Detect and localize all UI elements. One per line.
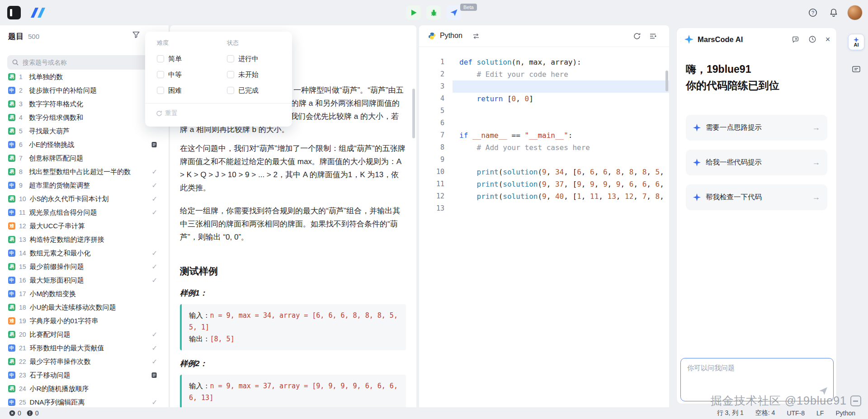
checkbox[interactable] <box>157 87 164 94</box>
problem-list-item[interactable]: 中2徒步旅行中的补给问题 <box>0 84 169 97</box>
code-line[interactable]: 1def solution(n, max, array): <box>419 56 669 68</box>
problem-list-item[interactable]: 中25DNA序列编辑距离✓ <box>0 395 169 407</box>
problem-list-item[interactable]: 中11观光景点组合得分问题✓ <box>0 206 169 219</box>
problem-list-item[interactable]: 中16最大矩形面积问题✓ <box>0 273 169 287</box>
ai-panel-title: MarsCode AI <box>698 35 743 44</box>
difficulty-badge: 中 <box>8 290 15 297</box>
problem-list-item[interactable]: 难19字典序最小的01字符串 <box>0 314 169 328</box>
problem-list-item[interactable]: 易20比赛配对问题✓ <box>0 328 169 341</box>
problem-title: 构造特定数组的逆序拼接 <box>30 235 104 244</box>
notifications-button[interactable] <box>828 7 839 18</box>
problem-list-item[interactable]: 中6小E的怪物挑战 <box>0 138 169 151</box>
code-line[interactable]: 3​ <box>419 80 669 93</box>
code-line[interactable]: 13​ <box>419 202 669 215</box>
language-selector[interactable]: Python <box>428 32 462 40</box>
eol-setting[interactable]: LF <box>816 410 824 417</box>
problem-title: DNA序列编辑距离 <box>30 398 85 407</box>
checkbox[interactable] <box>227 71 234 78</box>
new-chat-button[interactable] <box>791 35 800 44</box>
format-code-button[interactable] <box>649 32 658 41</box>
suggestion-card[interactable]: 帮我检查一下代码→ <box>686 184 827 210</box>
problem-list-item[interactable]: 中14数组元素之和最小化✓ <box>0 246 169 260</box>
checkbox[interactable] <box>227 87 234 94</box>
indent-setting[interactable]: 空格: 4 <box>755 409 775 417</box>
cursor-position[interactable]: 行 3, 列 1 <box>717 409 744 417</box>
switch-language-button[interactable] <box>472 33 480 42</box>
submit-button[interactable] <box>447 5 461 20</box>
example-input-value: n = 9, max = 37, array = [9, 9, 9, 9, 6,… <box>189 382 398 402</box>
problem-number: 15 <box>19 263 26 270</box>
problem-title: 字典序最小的01字符串 <box>30 317 99 325</box>
code-line[interactable]: 5​ <box>419 105 669 117</box>
code-line[interactable]: 10 print(solution(9, 34, [6, 6, 6, 8, 8,… <box>419 166 669 178</box>
check-icon: ✓ <box>151 181 157 189</box>
status-option[interactable]: 未开始 <box>227 69 259 80</box>
swap-icon <box>472 33 480 40</box>
problem-list-item[interactable]: 易3数字字符串格式化 <box>0 97 169 111</box>
problem-list-item[interactable]: 中23石子移动问题 <box>0 368 169 382</box>
problem-list-item[interactable]: 易1找单独的数 <box>0 70 169 84</box>
ai-panel-toggle-button[interactable]: AI <box>848 34 864 50</box>
code-line[interactable]: 2 # Edit your code here <box>419 68 669 80</box>
problem-list-item[interactable]: 中21环形数组中的最大贡献值✓ <box>0 341 169 355</box>
suggestion-card[interactable]: 需要一点思路提示→ <box>686 115 827 141</box>
run-button[interactable] <box>406 5 421 20</box>
problem-list-item[interactable]: 易13构造特定数组的逆序拼接 <box>0 233 169 246</box>
reset-filter-button[interactable]: 重置 <box>156 109 178 118</box>
warnings-icon <box>27 410 33 416</box>
user-avatar[interactable] <box>847 5 863 20</box>
help-button[interactable]: ? <box>807 7 818 18</box>
problem-list-item[interactable]: 易10小S的永久代币卡回本计划✓ <box>0 192 169 206</box>
problem-title: 找单独的数 <box>29 73 63 81</box>
encoding-setting[interactable]: UTF-8 <box>787 410 805 417</box>
problem-list-item[interactable]: 难12最大UCC子串计算 <box>0 219 169 233</box>
problem-list-item[interactable]: 中17小M的数组变换 <box>0 287 169 301</box>
check-icon: ✓ <box>151 263 157 271</box>
new-chat-icon <box>792 35 800 43</box>
problem-list-item[interactable]: 易24小R的随机播放顺序 <box>0 382 169 395</box>
checkbox[interactable] <box>227 55 234 62</box>
code-line[interactable]: 7if __name__ == "__main__": <box>419 129 669 141</box>
difficulty-option[interactable]: 中等 <box>157 69 182 80</box>
reset-code-button[interactable] <box>633 32 642 41</box>
problem-list-item[interactable]: 易18小U的最大连续移动次数问题 <box>0 301 169 314</box>
problems-indicator[interactable]: 0 0 <box>9 410 42 417</box>
problem-list-item[interactable]: 易7创意标牌匹配问题 <box>0 151 169 165</box>
suggestion-card[interactable]: 给我一些代码提示→ <box>686 150 827 175</box>
problem-list-item[interactable]: 易22最少字符串操作次数✓ <box>0 355 169 368</box>
code-line[interactable]: 6​ <box>419 117 669 129</box>
search-icon <box>12 59 19 66</box>
code-line[interactable]: 9​ <box>419 154 669 166</box>
description-scrollbar[interactable] <box>412 89 415 138</box>
checkbox[interactable] <box>157 55 164 62</box>
problem-list-item[interactable]: 易4数字分组求偶数和 <box>0 111 169 124</box>
history-button[interactable] <box>808 35 817 44</box>
code-editor[interactable]: 1def solution(n, max, array):2 # Edit yo… <box>419 47 669 407</box>
language-mode[interactable]: Python <box>835 410 855 417</box>
debug-button[interactable] <box>426 5 441 20</box>
filter-button[interactable] <box>132 31 141 40</box>
problem-list-item[interactable]: 易15最少前缀操作问题✓ <box>0 260 169 273</box>
code-line[interactable]: 4 return [0, 0] <box>419 93 669 105</box>
sparkle-icon <box>693 193 701 201</box>
editor-scrollbar[interactable] <box>665 71 668 91</box>
problem-list-item[interactable]: 中9超市里的货物架调整✓ <box>0 179 169 192</box>
line-number: 5 <box>419 105 453 117</box>
search-input[interactable] <box>23 55 156 70</box>
status-option[interactable]: 已完成 <box>227 85 259 96</box>
code-line[interactable]: 11 print(solution(9, 37, [9, 9, 9, 9, 6,… <box>419 178 669 190</box>
checkbox-label: 未开始 <box>238 71 259 79</box>
difficulty-option[interactable]: 困难 <box>157 85 182 96</box>
difficulty-option[interactable]: 简单 <box>157 53 182 64</box>
line-number: 12 <box>419 190 453 202</box>
feedback-button[interactable] <box>851 64 861 74</box>
code-line[interactable]: 8 # Add your test cases here <box>419 141 669 154</box>
close-panel-button[interactable]: × <box>823 35 832 44</box>
difficulty-badge: 易 <box>8 263 15 270</box>
status-option[interactable]: 进行中 <box>227 53 259 64</box>
checkbox[interactable] <box>157 71 164 78</box>
code-line[interactable]: 12 print(solution(9, 40, [1, 11, 13, 12,… <box>419 190 669 202</box>
problem-list-item[interactable]: 易8找出整型数组中占比超过一半的数✓ <box>0 165 169 179</box>
sidebar-toggle-button[interactable] <box>7 6 21 19</box>
problem-list-item[interactable]: 易5寻找最大葫芦 <box>0 124 169 138</box>
